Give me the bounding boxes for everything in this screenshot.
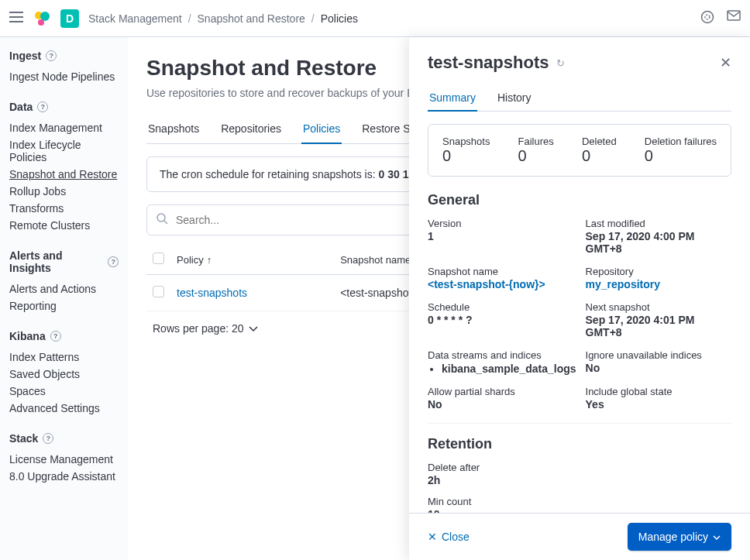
general-heading: General — [428, 192, 731, 208]
delete-after-label: Delete after — [428, 462, 731, 473]
topbar: D Stack Management / Snapshot and Restor… — [0, 0, 750, 37]
sidebar-item[interactable]: Index Management — [9, 119, 119, 136]
chevron-down-icon — [713, 531, 721, 543]
sidebar-item[interactable]: Index Patterns — [9, 349, 119, 366]
chevron-down-icon — [249, 322, 258, 335]
sidebar-item[interactable]: Reporting — [9, 297, 119, 314]
breadcrumb: Stack Management / Snapshot and Restore … — [88, 12, 358, 25]
close-button[interactable]: ✕ Close — [428, 531, 470, 543]
snapshot-name-link[interactable]: <test-snapshot-{now}> — [428, 278, 576, 290]
sidebar-item[interactable]: License Management — [9, 451, 119, 468]
stat-item: Snapshots0 — [442, 136, 490, 165]
sidebar-group-title: Alerts and Insights ? — [9, 249, 119, 274]
sidebar-item[interactable]: Transforms — [9, 200, 119, 217]
close-x-icon: ✕ — [428, 531, 437, 543]
sidebar-group-title: Ingest ? — [9, 50, 119, 62]
breadcrumb-current: Policies — [321, 12, 358, 25]
schedule-label: Schedule — [428, 301, 576, 313]
info-icon[interactable]: ? — [50, 331, 61, 342]
sidebar-group-title: Stack ? — [9, 432, 119, 445]
sidebar-group-title: Data ? — [9, 101, 119, 113]
include-global-label: Include global state — [586, 386, 731, 397]
sidebar-group-title: Kibana ? — [9, 330, 119, 342]
close-icon[interactable]: ✕ — [720, 54, 731, 71]
sidebar-item[interactable]: Saved Objects — [9, 366, 119, 383]
allow-partial-value: No — [428, 398, 576, 411]
policy-flyout: test-snapshots ↻ ✕ SummaryHistory Snapsh… — [409, 37, 750, 560]
stat-item: Deleted0 — [582, 136, 617, 165]
schedule-value: 0 * * * * ? — [428, 314, 576, 326]
mail-icon[interactable] — [727, 10, 741, 26]
ignore-unavailable-value: No — [586, 362, 731, 374]
next-snapshot-value: Sep 17, 2020 4:01 PM GMT+8 — [586, 314, 731, 338]
stats-panel: Snapshots0Failures0Deleted0Deletion fail… — [428, 124, 731, 177]
min-count-label: Min count — [428, 496, 731, 507]
newsfeed-icon[interactable] — [700, 10, 714, 26]
delete-after-value: 2h — [428, 474, 731, 486]
search-icon — [157, 213, 168, 227]
row-checkbox[interactable] — [153, 286, 164, 297]
menu-icon[interactable] — [9, 12, 23, 25]
version-label: Version — [428, 218, 576, 229]
flyout-title: test-snapshots — [428, 53, 549, 73]
tab[interactable]: Repositories — [219, 115, 283, 143]
info-icon[interactable]: ? — [108, 256, 119, 267]
svg-point-2 — [38, 19, 44, 26]
sidebar-item[interactable]: 8.0 Upgrade Assistant — [9, 468, 119, 485]
data-stream-item: kibana_sample_data_logs — [442, 362, 576, 375]
flyout-tab[interactable]: Summary — [428, 85, 477, 112]
last-modified-label: Last modified — [586, 218, 731, 229]
sidebar-item[interactable]: Ingest Node Pipelines — [9, 68, 119, 85]
next-snapshot-label: Next snapshot — [586, 301, 731, 313]
svg-point-4 — [705, 15, 710, 19]
data-streams-label: Data streams and indices — [428, 349, 576, 361]
allow-partial-label: Allow partial shards — [428, 386, 576, 397]
svg-point-3 — [702, 12, 714, 23]
select-all-checkbox[interactable] — [153, 253, 164, 264]
policy-link[interactable]: test-snapshots — [177, 287, 247, 299]
info-icon[interactable]: ? — [37, 101, 48, 112]
stat-item: Deletion failures0 — [645, 136, 717, 165]
svg-point-6 — [157, 214, 165, 222]
tab[interactable]: Policies — [301, 115, 342, 144]
snapshot-name-label: Snapshot name — [428, 266, 576, 277]
manage-policy-button[interactable]: Manage policy — [628, 523, 731, 551]
space-avatar[interactable]: D — [60, 9, 79, 28]
info-icon[interactable]: ? — [43, 433, 53, 444]
last-modified-value: Sep 17, 2020 4:00 PM GMT+8 — [586, 230, 731, 255]
breadcrumb-item[interactable]: Stack Management — [88, 12, 182, 25]
sidebar-item[interactable]: Advanced Settings — [9, 400, 119, 417]
include-global-value: Yes — [586, 398, 731, 411]
sidebar-item[interactable]: Rollup Jobs — [9, 183, 119, 200]
sidebar: Ingest ?Ingest Node PipelinesData ?Index… — [0, 37, 128, 560]
sidebar-item[interactable]: Remote Clusters — [9, 217, 119, 234]
sidebar-item[interactable]: Index Lifecycle Policies — [9, 136, 119, 166]
sidebar-item[interactable]: Spaces — [9, 383, 119, 400]
tab[interactable]: Snapshots — [146, 115, 201, 143]
sidebar-item[interactable]: Alerts and Actions — [9, 280, 119, 297]
retention-heading: Retention — [428, 436, 731, 452]
sidebar-item[interactable]: Snapshot and Restore — [9, 166, 119, 183]
refresh-icon[interactable]: ↻ — [556, 57, 565, 69]
stat-item: Failures0 — [518, 136, 554, 165]
sort-asc-icon: ↑ — [207, 254, 212, 266]
version-value: 1 — [428, 230, 576, 242]
svg-rect-5 — [728, 11, 740, 20]
ignore-unavailable-label: Ignore unavailable indices — [586, 349, 731, 361]
breadcrumb-item[interactable]: Snapshot and Restore — [198, 12, 305, 25]
repository-label: Repository — [586, 266, 731, 277]
flyout-tab[interactable]: History — [496, 85, 533, 111]
elastic-logo-icon[interactable] — [33, 9, 51, 28]
repository-link[interactable]: my_repository — [586, 278, 731, 290]
flyout-tabs: SummaryHistory — [428, 85, 731, 112]
col-policy[interactable]: Policy↑ — [170, 245, 334, 275]
info-icon[interactable]: ? — [46, 50, 57, 61]
